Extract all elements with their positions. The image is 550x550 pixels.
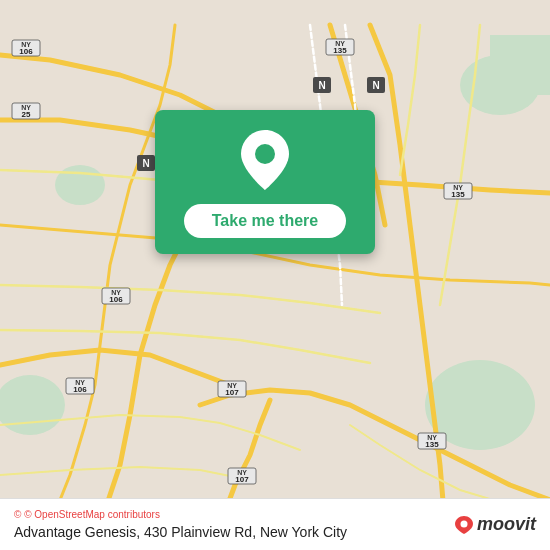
- bottom-bar: © © OpenStreetMap contributors Advantage…: [0, 498, 550, 550]
- svg-point-1: [0, 375, 65, 435]
- svg-text:135: 135: [425, 440, 439, 449]
- svg-point-38: [255, 144, 275, 164]
- svg-text:N: N: [372, 80, 379, 91]
- road-network: NY 135 NY 135 NY 135 NY 106 NY 25 N N N …: [0, 0, 550, 550]
- svg-text:106: 106: [73, 385, 87, 394]
- svg-text:107: 107: [235, 475, 249, 484]
- svg-text:N: N: [318, 80, 325, 91]
- location-card: Take me there: [155, 110, 375, 254]
- moovit-logo: moovit: [455, 514, 536, 535]
- svg-text:25: 25: [22, 110, 31, 119]
- svg-text:106: 106: [19, 47, 33, 56]
- moovit-text: moovit: [477, 514, 536, 535]
- take-me-there-button[interactable]: Take me there: [184, 204, 346, 238]
- osm-link[interactable]: © OpenStreetMap contributors: [24, 509, 160, 520]
- svg-text:135: 135: [333, 46, 347, 55]
- bottom-left-info: © © OpenStreetMap contributors Advantage…: [14, 509, 347, 540]
- location-label: Advantage Genesis, 430 Plainview Rd, New…: [14, 524, 347, 540]
- copyright-symbol: ©: [14, 509, 21, 520]
- svg-point-39: [460, 520, 467, 527]
- svg-text:107: 107: [225, 388, 239, 397]
- svg-rect-4: [490, 35, 550, 95]
- svg-text:N: N: [142, 158, 149, 169]
- svg-text:135: 135: [451, 190, 465, 199]
- osm-credit: © © OpenStreetMap contributors: [14, 509, 347, 520]
- location-pin-icon: [241, 130, 289, 190]
- svg-text:106: 106: [109, 295, 123, 304]
- moovit-pin-icon: [455, 516, 473, 534]
- svg-point-2: [55, 165, 105, 205]
- map-container: NY 135 NY 135 NY 135 NY 106 NY 25 N N N …: [0, 0, 550, 550]
